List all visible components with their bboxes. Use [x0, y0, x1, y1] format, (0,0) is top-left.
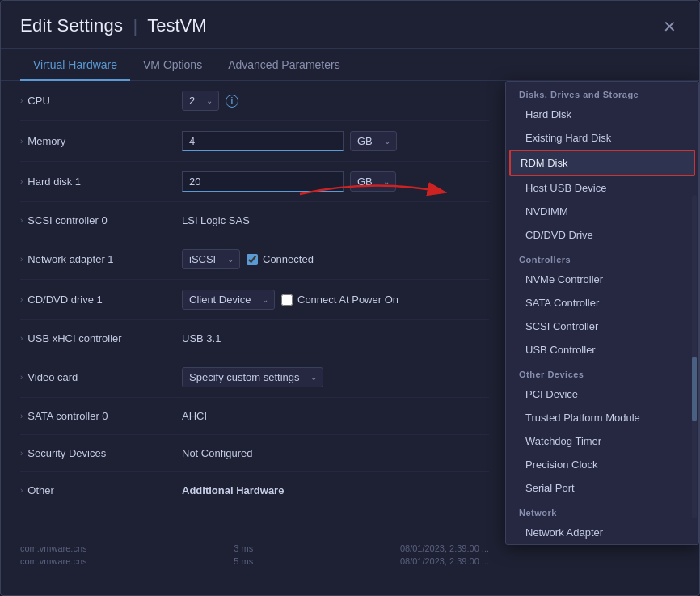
memory-unit-wrapper: GBMB ⌄ — [350, 131, 397, 151]
hw-value-video-card: Specify custom settings ⌄ — [182, 367, 489, 387]
hw-label-hard-disk-1: › Hard disk 1 — [20, 175, 182, 188]
hw-value-cpu: 248 ⌄ i — [182, 91, 489, 111]
chevron-icon-sata: › — [20, 412, 23, 421]
bottom-data-area: com.vmware.cns 3 ms 08/01/2023, 2:39:00 … — [20, 542, 489, 576]
memory-unit-select[interactable]: GBMB — [350, 131, 397, 151]
dropdown-item-hard-disk[interactable]: Hard Disk — [506, 103, 698, 126]
hw-row-usb-xhci: › USB xHCI controller USB 3.1 — [20, 320, 489, 357]
scrollbar-thumb[interactable] — [692, 357, 697, 421]
hw-row-other: › Other Additional Hardware — [20, 472, 489, 509]
connect-power-on-label[interactable]: Connect At Power On — [281, 294, 398, 306]
content-area: › CPU 248 ⌄ i › Memory — [1, 81, 699, 576]
hw-value-scsi-controller: LSI Logic SAS — [182, 214, 489, 226]
chevron-icon-video: › — [20, 373, 23, 382]
hw-row-security: › Security Devices Not Configured — [20, 435, 489, 472]
memory-input[interactable] — [182, 131, 344, 151]
dropdown-item-usb-controller[interactable]: USB Controller — [506, 338, 698, 361]
dropdown-item-rdm-disk[interactable]: RDM Disk — [509, 150, 695, 176]
tab-vm-options[interactable]: VM Options — [130, 49, 215, 81]
hw-value-cd-dvd: Client Device ⌄ Connect At Power On — [182, 290, 489, 310]
scrollbar-track — [692, 195, 697, 518]
hw-label-security: › Security Devices — [20, 447, 182, 459]
tabs-container: Virtual Hardware VM Options Advanced Par… — [1, 49, 699, 81]
chevron-icon-other: › — [20, 486, 23, 495]
hard-disk-unit-select[interactable]: GBTB — [350, 171, 396, 192]
hw-label-memory: › Memory — [20, 135, 182, 147]
dropdown-item-pci-device[interactable]: PCI Device — [506, 383, 698, 406]
hw-row-cd-dvd: › CD/DVD drive 1 Client Device ⌄ Connect… — [20, 280, 489, 320]
hw-row-sata: › SATA controller 0 AHCI — [20, 398, 489, 435]
section-header-other-devices: Other Devices — [506, 361, 698, 383]
hw-value-other: Additional Hardware — [182, 484, 489, 497]
hw-label-network-adapter: › Network adapter 1 — [20, 253, 182, 265]
chevron-icon-hard-disk: › — [20, 177, 23, 186]
section-header-network: Network — [506, 500, 698, 521]
title-divider: | — [133, 15, 137, 36]
hw-row-hard-disk-1: › Hard disk 1 GBTB ⌄ — [20, 162, 489, 202]
hw-value-security: Not Configured — [182, 447, 489, 459]
hw-label-usb-xhci: › USB xHCI controller — [20, 332, 182, 344]
dropdown-item-sata-controller[interactable]: SATA Controller — [506, 291, 698, 315]
connected-checkbox-label[interactable]: Connected — [247, 253, 314, 265]
edit-settings-modal: Edit Settings | TestVM ✕ Virtual Hardwar… — [0, 0, 700, 596]
hw-row-video-card: › Video card Specify custom settings ⌄ — [20, 357, 489, 398]
close-button[interactable]: ✕ — [656, 15, 683, 38]
dropdown-item-trusted-platform-module[interactable]: Trusted Platform Module — [506, 406, 698, 429]
hw-value-sata: AHCI — [182, 410, 489, 422]
hw-value-hard-disk-1: GBTB ⌄ — [182, 171, 489, 192]
hw-label-sata: › SATA controller 0 — [20, 410, 182, 422]
chevron-icon-network: › — [20, 255, 23, 264]
bottom-row-1: com.vmware.cns 3 ms 08/01/2023, 2:39:00 … — [20, 542, 489, 555]
hw-row-memory: › Memory GBMB ⌄ — [20, 121, 489, 162]
hw-label-cpu: › CPU — [20, 95, 182, 107]
chevron-icon-memory: › — [20, 137, 23, 146]
hw-label-video-card: › Video card — [20, 371, 182, 383]
cd-dvd-type-wrapper: Client Device ⌄ — [182, 290, 275, 310]
video-card-wrapper: Specify custom settings ⌄ — [182, 367, 323, 387]
dropdown-item-cd-dvd-drive[interactable]: CD/DVD Drive — [506, 223, 698, 247]
hw-value-usb-xhci: USB 3.1 — [182, 332, 489, 344]
video-card-select[interactable]: Specify custom settings — [182, 367, 323, 387]
hw-label-scsi-controller: › SCSI controller 0 — [20, 214, 182, 226]
cd-dvd-type-select[interactable]: Client Device — [182, 290, 275, 310]
hw-value-memory: GBMB ⌄ — [182, 131, 489, 151]
dropdown-item-network-adapter[interactable]: Network Adapter — [506, 521, 698, 544]
dropdown-item-watchdog-timer[interactable]: Watchdog Timer — [506, 429, 698, 453]
hw-value-network-adapter: iSCSI ⌄ Connected — [182, 249, 489, 269]
hw-row-network-adapter: › Network adapter 1 iSCSI ⌄ Connected — [20, 239, 489, 280]
section-header-controllers: Controllers — [506, 247, 698, 268]
modal-header: Edit Settings | TestVM ✕ — [1, 1, 699, 49]
dropdown-item-precision-clock[interactable]: Precision Clock — [506, 453, 698, 476]
dropdown-item-host-usb-device[interactable]: Host USB Device — [506, 176, 698, 200]
hw-label-other: › Other — [20, 484, 182, 497]
chevron-icon-usb-xhci: › — [20, 334, 23, 343]
section-header-storage: Disks, Drives and Storage — [506, 82, 698, 103]
hw-row-scsi-controller: › SCSI controller 0 LSI Logic SAS — [20, 202, 489, 239]
hard-disk-unit-wrapper: GBTB ⌄ — [350, 171, 396, 192]
tab-virtual-hardware[interactable]: Virtual Hardware — [20, 49, 130, 81]
bottom-row-2: com.vmware.cns 5 ms 08/01/2023, 2:39:00 … — [20, 555, 489, 568]
hw-label-cd-dvd: › CD/DVD drive 1 — [20, 294, 182, 306]
chevron-icon-security: › — [20, 449, 23, 458]
add-device-dropdown: Disks, Drives and Storage Hard Disk Exis… — [505, 81, 699, 545]
connect-power-on-checkbox[interactable] — [281, 294, 293, 306]
cpu-select-wrapper: 248 ⌄ — [182, 91, 219, 111]
chevron-icon-cpu: › — [20, 96, 23, 105]
connected-checkbox[interactable] — [247, 254, 258, 265]
cpu-info-icon[interactable]: i — [226, 95, 238, 108]
hw-row-cpu: › CPU 248 ⌄ i — [20, 81, 489, 121]
modal-title: Edit Settings — [20, 15, 123, 36]
cpu-select[interactable]: 248 — [182, 91, 219, 111]
tab-advanced-parameters[interactable]: Advanced Parameters — [215, 49, 353, 81]
dropdown-item-serial-port[interactable]: Serial Port — [506, 476, 698, 500]
dropdown-item-nvdimm[interactable]: NVDIMM — [506, 200, 698, 223]
vm-name: TestVM — [147, 15, 206, 36]
dropdown-item-existing-hard-disk[interactable]: Existing Hard Disk — [506, 126, 698, 150]
chevron-icon-scsi: › — [20, 216, 23, 225]
hard-disk-input[interactable] — [182, 171, 344, 192]
network-type-wrapper: iSCSI ⌄ — [182, 249, 240, 269]
chevron-icon-cd-dvd: › — [20, 295, 23, 304]
dropdown-item-scsi-controller[interactable]: SCSI Controller — [506, 315, 698, 338]
network-type-select[interactable]: iSCSI — [182, 249, 240, 269]
dropdown-item-nvme-controller[interactable]: NVMe Controller — [506, 268, 698, 291]
